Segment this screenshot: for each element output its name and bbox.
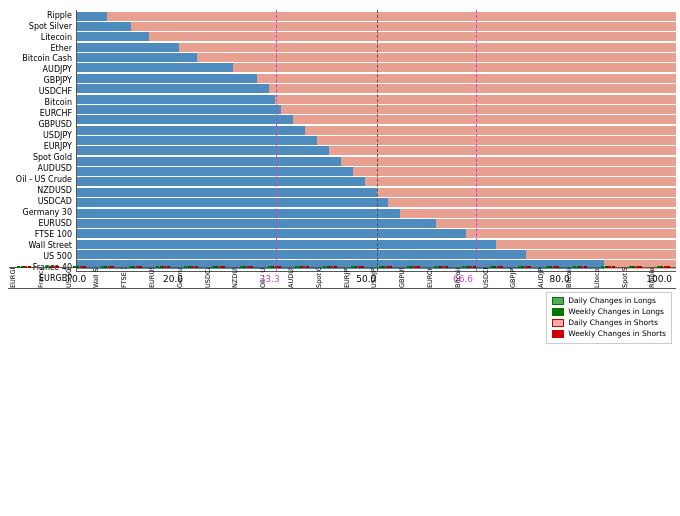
bar-long bbox=[77, 95, 275, 104]
bottom-x-label: GBPUSD bbox=[398, 268, 426, 288]
top-bar-area bbox=[76, 10, 676, 272]
bar-short bbox=[281, 105, 676, 114]
y-label-item: AUDUSD bbox=[4, 164, 72, 174]
bar-long bbox=[77, 219, 436, 228]
bar-long bbox=[77, 157, 341, 166]
bottom-x-label: EURCHF bbox=[426, 268, 454, 288]
bottom-plot: EURGBPFrance 40US 500Wall StreetFTSE 100… bbox=[8, 288, 676, 289]
bar-long bbox=[77, 198, 388, 207]
y-label-item: EURUSD bbox=[4, 219, 72, 229]
bottom-x-label: Bitcoin bbox=[454, 268, 482, 288]
bottom-x-label: EURGBP bbox=[9, 268, 37, 288]
y-label-item: NZDUSD bbox=[4, 186, 72, 196]
bottom-x-label: FTSE 100 bbox=[120, 268, 148, 288]
bottom-x-label: Litecoin bbox=[593, 268, 621, 288]
bar-long bbox=[77, 43, 179, 52]
bar-long bbox=[77, 250, 526, 259]
bar-short bbox=[365, 177, 676, 186]
bar-long bbox=[77, 177, 365, 186]
vline-33 bbox=[276, 10, 277, 271]
legend-label: Daily Changes in Longs bbox=[568, 296, 656, 305]
bar-short bbox=[269, 84, 676, 93]
y-label-item: Germany 30 bbox=[4, 208, 72, 218]
legend-swatch bbox=[552, 297, 564, 305]
y-label-item: Litecoin bbox=[4, 33, 72, 43]
y-label-item: Bitcoin Cash bbox=[4, 54, 72, 64]
bottom-x-label: AUDJPY bbox=[537, 268, 565, 288]
bar-short bbox=[388, 198, 676, 207]
bar-short bbox=[341, 157, 676, 166]
bottom-chart: -50050100150200250 EURGBPFrance 40US 500… bbox=[4, 284, 676, 512]
y-label-item: Ether bbox=[4, 44, 72, 54]
bottom-x-label: USDCHF bbox=[482, 268, 510, 288]
y-label-item: Ripple bbox=[4, 11, 72, 21]
y-label-item: Spot Silver bbox=[4, 22, 72, 32]
bottom-x-labels: EURGBPFrance 40US 500Wall StreetFTSE 100… bbox=[9, 268, 676, 288]
bar-long bbox=[77, 22, 131, 31]
y-label-item: Wall Street bbox=[4, 241, 72, 251]
bar-long bbox=[77, 167, 353, 176]
y-label-item: GBPUSD bbox=[4, 120, 72, 130]
bottom-plot-wrapper: -50050100150200250 EURGBPFrance 40US 500… bbox=[8, 288, 676, 512]
legend-label: Weekly Changes in Shorts bbox=[568, 329, 666, 338]
vline-66 bbox=[476, 10, 477, 271]
bar-short bbox=[400, 209, 676, 218]
main-container: RippleSpot SilverLitecoinEtherBitcoin Ca… bbox=[0, 0, 680, 516]
bottom-x-label: USDCAD bbox=[204, 268, 232, 288]
bar-long bbox=[77, 32, 149, 41]
bottom-x-label: NZDUSD bbox=[231, 268, 259, 288]
bottom-x-label: Spot Gold bbox=[315, 268, 343, 288]
bottom-x-label: Ripple bbox=[648, 268, 676, 288]
bar-long bbox=[77, 115, 293, 124]
legend-label: Daily Changes in Shorts bbox=[568, 318, 658, 327]
y-label-item: USDJPY bbox=[4, 131, 72, 141]
y-label-item: US 500 bbox=[4, 252, 72, 262]
bar-short bbox=[131, 22, 676, 31]
bar-long bbox=[77, 136, 317, 145]
y-label-item: Oil - US Crude bbox=[4, 175, 72, 185]
bar-short bbox=[317, 136, 676, 145]
bottom-x-label: USDJPY bbox=[370, 268, 398, 288]
y-label-item: USDCHF bbox=[4, 87, 72, 97]
bar-short bbox=[179, 43, 676, 52]
bar-long bbox=[77, 12, 107, 21]
bottom-x-label: AUDUSD bbox=[287, 268, 315, 288]
bottom-x-label: EURUSD bbox=[148, 268, 176, 288]
bar-short bbox=[107, 12, 676, 21]
legend-swatch bbox=[552, 319, 564, 327]
bottom-x-label: US 500 bbox=[65, 268, 93, 288]
bar-long bbox=[77, 63, 233, 72]
top-chart: RippleSpot SilverLitecoinEtherBitcoin Ca… bbox=[4, 4, 676, 284]
y-label-item: Spot Gold bbox=[4, 153, 72, 163]
bar-short bbox=[257, 74, 676, 83]
legend-swatch bbox=[552, 330, 564, 338]
bar-short bbox=[353, 167, 676, 176]
bar-short bbox=[293, 115, 676, 124]
bar-long bbox=[77, 84, 269, 93]
bar-short bbox=[496, 240, 676, 249]
bottom-x-label: Wall Street bbox=[92, 268, 120, 288]
bar-long bbox=[77, 209, 400, 218]
bottom-x-label: Oil - US Crude bbox=[259, 268, 287, 288]
legend-item: Weekly Changes in Shorts bbox=[552, 329, 666, 338]
bottom-x-label: Spot Silver bbox=[621, 268, 649, 288]
y-label-item: FTSE 100 bbox=[4, 230, 72, 240]
bar-long bbox=[77, 126, 305, 135]
top-y-labels: RippleSpot SilverLitecoinEtherBitcoin Ca… bbox=[4, 10, 76, 284]
bar-short bbox=[149, 32, 676, 41]
bar-long bbox=[77, 146, 329, 155]
bar-short bbox=[305, 126, 676, 135]
bottom-x-label: Germany 30 bbox=[176, 268, 204, 288]
y-label-item: AUDJPY bbox=[4, 65, 72, 75]
bar-long bbox=[77, 105, 281, 114]
y-label-item: EURCHF bbox=[4, 109, 72, 119]
bar-long bbox=[77, 53, 197, 62]
legend-item: Weekly Changes in Longs bbox=[552, 307, 666, 316]
legend: Daily Changes in LongsWeekly Changes in … bbox=[546, 292, 672, 344]
legend-swatch bbox=[552, 308, 564, 316]
bar-long bbox=[77, 240, 496, 249]
bottom-x-label: Bitcoin Cash bbox=[565, 268, 593, 288]
top-chart-inner: RippleSpot SilverLitecoinEtherBitcoin Ca… bbox=[4, 10, 676, 284]
bottom-x-label: GBPJPY bbox=[509, 268, 537, 288]
bottom-chart-inner: -50050100150200250 EURGBPFrance 40US 500… bbox=[4, 288, 676, 512]
